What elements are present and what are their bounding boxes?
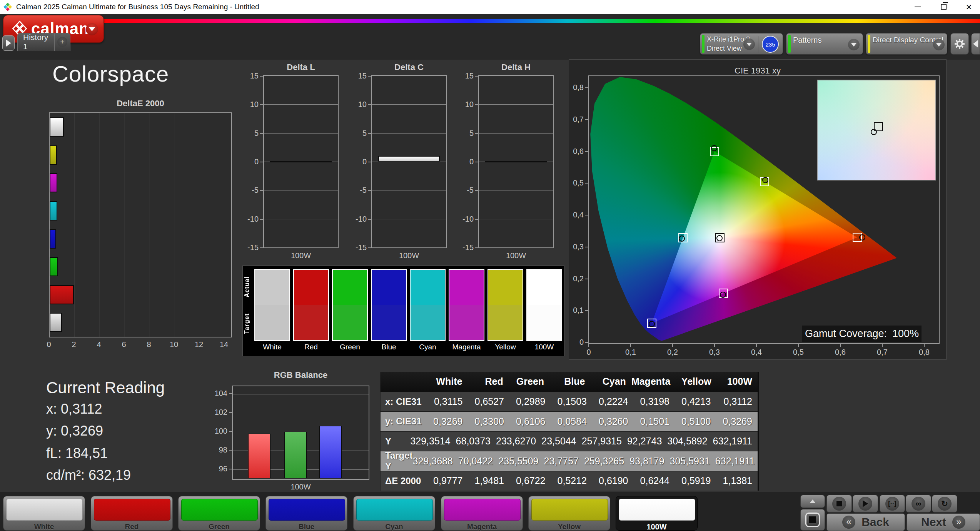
collapse-toolbar-button[interactable] [971,33,980,55]
measure-range-button[interactable]: [··] [880,495,905,513]
rgb-tick-label: 102 [210,408,227,417]
table-cell: 23,5044 [541,436,581,447]
table-cell: 0,3198 [634,396,675,407]
meter-dropdown[interactable]: X-Rite i1Pro 2 Direct View 235 [700,33,783,55]
pattern-button-yellow[interactable]: Yellow [528,496,610,531]
pattern-button-blue[interactable]: Blue [265,496,347,531]
display-window-button[interactable] [800,509,825,531]
rgb-gridline [233,413,369,413]
cie-x-tick-label: 0 [577,348,600,357]
deltae-tick-label: 6 [114,340,134,349]
delta-tick-label: 15 [348,72,367,80]
display-control-dropdown[interactable]: Direct Display Control [866,33,947,55]
delta-tick-mark [368,76,371,77]
swatch-actual [255,270,289,305]
minimize-button[interactable] [907,0,929,14]
cie-x-tick [882,344,883,347]
deltae-bar-magenta [50,173,57,192]
patterns-label: Patterns [793,36,821,45]
delta-tick-mark [260,162,263,162]
delta-l-bar [270,161,332,162]
table-cell: 0,0584 [551,416,593,427]
pattern-label: Cyan [354,523,435,531]
session-play-button[interactable] [2,35,15,51]
measurement-table: WhiteRedGreenBlueCyanMagentaYellow100Wx:… [380,372,759,491]
rgb-tick-mark [229,431,232,432]
deltae-tick-label: 4 [89,340,109,349]
table-row[interactable]: Target Y329,368870,0422235,550923,775725… [381,451,758,471]
deltae-gridline [100,113,100,337]
cie-1931-panel: CIE 1931 xy 00,10,20,30,40,50,60,70,800,… [569,59,947,360]
delta-tick-label: -5 [455,186,474,195]
delta-l-xlabel: 100W [263,251,339,260]
cie-y-tick [585,119,588,120]
back-label: Back [861,516,889,529]
delta-tick-label: 10 [455,100,474,109]
delta-l-chart: Delta L 100W 151050-5-10-15 [240,75,340,248]
delta-tick-label: -10 [348,215,367,224]
pattern-bar: WhiteRedGreenBlueCyanMagentaYellow100W [… [0,493,980,531]
restore-button[interactable] [933,0,955,14]
play-measure-button[interactable] [853,495,878,513]
delta-tick-mark [368,190,371,191]
delta-tick-label: 0 [240,157,259,166]
actual-target-swatch-panel: Actual Target WhiteRedGreenBlueCyanMagen… [242,266,564,356]
cie-x-tick-label: 0,4 [745,348,768,357]
table-row-label: y: CIE31 [381,416,427,427]
main-toolbar: calman History 1 + X-Rite i1Pro 2 Direct… [0,14,980,60]
tab-history-1[interactable]: History 1 [18,33,54,51]
table-row[interactable]: Y329,351468,0373233,627023,5044257,93159… [381,431,758,451]
close-button[interactable]: × [958,0,980,14]
table-col-header-blue: Blue [549,376,590,387]
range-icon: [··] [888,500,896,507]
delta-tick-mark [260,247,263,248]
delta-tick-mark [260,219,263,220]
refresh-button[interactable]: ↻ [932,495,957,513]
swatch-column-white [254,269,290,341]
deltae-gridline [75,113,75,337]
pattern-button-red[interactable]: Red [91,496,173,531]
patterns-dropdown[interactable]: Patterns [786,33,863,55]
meter-count-badge[interactable]: 235 [762,36,779,53]
add-tab-button[interactable]: + [55,33,70,51]
pattern-bar-expand-button[interactable] [800,495,825,508]
pattern-button-100w[interactable]: 100W [616,496,698,531]
pattern-button-cyan[interactable]: Cyan [353,496,435,531]
patterns-dropdown-arrow-icon [848,39,860,50]
deltae-bar-red [50,285,74,304]
swatch-column-100w [526,269,562,341]
next-button[interactable]: Next » [907,513,980,531]
delta-tick-label: 10 [348,100,367,109]
plus-icon: + [57,37,67,47]
cie-x-tick [588,344,589,347]
calman-app: Calman 2025 Calman Ultimate for Business… [0,0,980,531]
table-cell: 257,9315 [582,436,627,447]
restore-icon [941,4,947,10]
current-reading-x: x: 0,3112 [46,401,102,417]
pattern-label: Magenta [441,523,523,531]
table-cell: 0,5919 [675,475,716,486]
delta-tick-label: -10 [240,215,259,224]
pattern-button-magenta[interactable]: Magenta [441,496,523,531]
pattern-button-green[interactable]: Green [178,496,260,531]
back-button[interactable]: « Back [826,513,905,531]
delta-tick-mark [368,162,371,162]
table-row[interactable]: x: CIE310,31150,65270,29890,15030,22240,… [381,392,758,412]
deltae-tick-label: 8 [139,340,159,349]
pattern-label: Green [179,523,260,531]
current-reading-cdm2: cd/m²: 632,19 [46,467,131,483]
settings-button[interactable] [950,33,969,55]
deltae-bar-blue [50,229,56,249]
continuous-measure-button[interactable]: ∞ [906,495,931,513]
table-row[interactable]: ΔE 20000,97771,94810,67220,52120,61900,6… [381,471,758,491]
pattern-button-white[interactable]: White [3,496,85,531]
delta-c-chart: Delta C 100W 151050-5-10-15 [348,75,448,248]
cie-y-tick-label: 0,7 [569,115,584,124]
stop-button[interactable] [826,495,852,513]
pattern-label: 100W [616,523,697,531]
pattern-label: Blue [266,523,347,531]
table-header-row: WhiteRedGreenBlueCyanMagentaYellow100W [381,372,758,392]
table-row[interactable]: y: CIE310,32690,33000,61060,05840,32600,… [381,411,758,431]
swatch-column-magenta [449,269,484,341]
cie-x-tick-label: 0,1 [619,348,642,357]
